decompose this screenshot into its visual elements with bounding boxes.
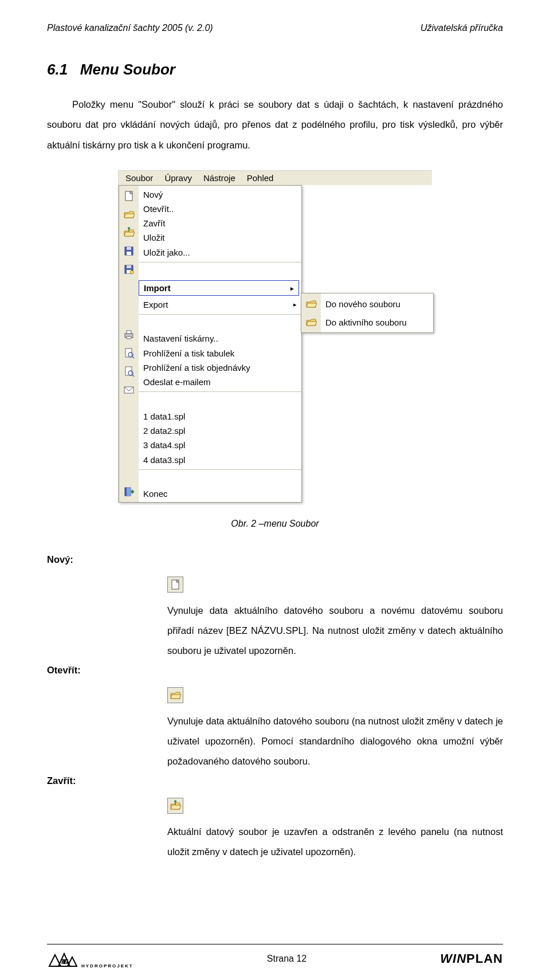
saveas-icon — [123, 264, 135, 275]
winplan-logo: WINPLAN — [440, 951, 503, 966]
new-icon — [167, 577, 183, 593]
menu-item-2[interactable]: Zavřít — [139, 216, 301, 230]
def-icon-line-otevrit — [167, 687, 503, 703]
preview-icon — [123, 366, 135, 377]
page-footer: CZ HYDROPROJEKT Strana 12 WINPLAN — [47, 944, 503, 969]
menu-item-4[interactable]: Uložit jako... — [139, 245, 301, 260]
save-icon — [123, 245, 135, 257]
menu-icon-19 — [119, 483, 139, 501]
submenu-arrow-icon: ▸ — [293, 301, 297, 308]
close-icon — [167, 798, 183, 814]
menu-icon-4 — [119, 260, 139, 279]
menu-item-10[interactable]: Prohlížení a tisk tabulek — [139, 346, 301, 360]
submenu-item-0[interactable]: Do nového souboru — [321, 295, 433, 313]
open-icon — [123, 209, 135, 220]
def-label-otevrit: Otevřít: — [47, 665, 503, 676]
menu-item-0[interactable]: Nový — [139, 187, 301, 201]
printer-icon — [123, 329, 135, 340]
close-icon — [123, 227, 135, 238]
winplan-plan: PLAN — [466, 951, 503, 966]
menu-icon-2 — [119, 224, 139, 242]
menu-item-7[interactable]: Export▸ — [139, 297, 301, 311]
menubar-item-nastroje[interactable]: Nástroje — [198, 171, 241, 185]
mail-icon — [123, 384, 135, 395]
submenu-arrow-icon: ▸ — [290, 284, 294, 292]
menu-icon-7 — [119, 302, 139, 320]
submenu-icon-0 — [301, 295, 321, 313]
menu-icon-9 — [119, 326, 139, 344]
menu-item-17[interactable]: 4 data3.spl — [139, 452, 301, 467]
menu-item-6[interactable]: Import▸ — [139, 280, 299, 296]
menu-screenshot: Soubor Úpravy Nástroje Pohled NovýOtevří… — [118, 170, 432, 503]
menu-icon-16 — [119, 441, 139, 459]
page-header: Plastové kanalizační šachty 2005 (v. 2.0… — [47, 23, 503, 33]
section-title: 6.1 Menu Soubor — [47, 61, 503, 79]
def-label-zavrit: Zavřít: — [47, 775, 503, 786]
submenu-item-1[interactable]: Do aktivního souboru — [321, 313, 433, 331]
def-icon-line-novy — [167, 577, 503, 593]
dropdown-items-column: NovýOtevřít..ZavřítUložitUložit jako...I… — [139, 186, 301, 502]
section-paragraph: Položky menu "Soubor" slouží k práci se … — [47, 95, 503, 155]
menu-icon-3 — [119, 242, 139, 260]
menu-item-11[interactable]: Prohlížení a tisk objednávky — [139, 360, 301, 375]
def-text-zavrit: Aktuální datový soubor je uzavřen a odst… — [167, 822, 503, 861]
menu-icon-1 — [119, 205, 139, 224]
menubar: Soubor Úpravy Nástroje Pohled — [119, 171, 432, 185]
submenu-icon-1 — [301, 313, 321, 331]
menu-item-9[interactable]: Nastavení tiskárny.. — [139, 331, 301, 346]
submenu-icon-column — [301, 293, 321, 332]
def-text-novy: Vynuluje data aktuálního datového soubor… — [167, 601, 503, 660]
menu-item-16[interactable]: 3 data4.spl — [139, 438, 301, 452]
dropdown-icon-column — [119, 186, 139, 502]
menu-icon-15 — [119, 422, 139, 441]
document-page: Plastové kanalizační šachty 2005 (v. 2.0… — [0, 0, 550, 980]
hydroprojekt-label: HYDROPROJEKT — [81, 963, 133, 969]
definitions: Nový: Vynuluje data aktuálního datového … — [47, 554, 503, 861]
menu-icon-12 — [119, 381, 139, 399]
submenu-import: Do nového souboruDo aktivního souboru — [301, 293, 434, 333]
menubar-item-pohled[interactable]: Pohled — [241, 171, 280, 185]
menu-item-19[interactable]: Konec — [139, 487, 301, 501]
hydroprojekt-logo: CZ HYDROPROJEKT — [47, 949, 133, 969]
header-left: Plastové kanalizační šachty 2005 (v. 2.0… — [47, 23, 213, 33]
dropdown-menu: NovýOtevřít..ZavřítUložitUložit jako...I… — [119, 185, 302, 503]
menu-item-15[interactable]: 2 data2.spl — [139, 424, 301, 438]
open-icon — [167, 687, 183, 703]
def-label-novy: Nový: — [47, 554, 503, 565]
winplan-win: WIN — [440, 951, 466, 966]
menu-icon-10 — [119, 344, 139, 362]
section-heading-text: Menu Soubor — [80, 61, 175, 78]
menu-icon-14 — [119, 404, 139, 422]
menu-item-1[interactable]: Otevřít.. — [139, 202, 301, 216]
submenu-items-column: Do nového souboruDo aktivního souboru — [321, 293, 433, 332]
svg-text:CZ: CZ — [61, 960, 68, 964]
menu-icon-0 — [119, 187, 139, 205]
menubar-item-soubor[interactable]: Soubor — [120, 171, 159, 185]
menu-item-12[interactable]: Odeslat e-mailem — [139, 375, 301, 389]
header-right: Uživatelská příručka — [421, 23, 503, 33]
open-icon — [305, 316, 317, 328]
preview-icon — [123, 347, 135, 359]
menu-icon-6 — [119, 284, 139, 302]
menu-icon-17 — [119, 459, 139, 477]
menu-item-14[interactable]: 1 data1.spl — [139, 409, 301, 424]
exit-icon — [123, 486, 135, 497]
menubar-item-upravy[interactable]: Úpravy — [159, 171, 198, 185]
page-number: Strana 12 — [267, 954, 307, 964]
menu-figure: Soubor Úpravy Nástroje Pohled NovýOtevří… — [47, 170, 503, 503]
open-icon — [305, 298, 317, 309]
menu-icon-11 — [119, 362, 139, 381]
def-icon-line-zavrit — [167, 798, 503, 814]
section-number: 6.1 — [47, 61, 68, 78]
menu-item-3[interactable]: Uložit — [139, 230, 301, 245]
figure-caption: Obr. 2 –menu Soubor — [47, 519, 503, 529]
new-icon — [123, 190, 135, 202]
def-text-otevrit: Vynuluje data aktuálního datového soubor… — [167, 711, 503, 771]
